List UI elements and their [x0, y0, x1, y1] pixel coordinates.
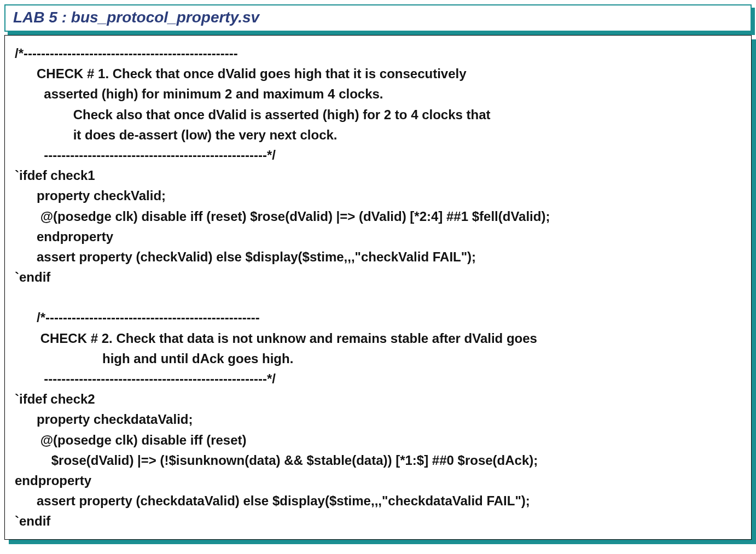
lab-title: LAB 5 : bus_protocol_property.sv	[4, 4, 752, 32]
title-container: LAB 5 : bus_protocol_property.sv	[4, 4, 752, 32]
code-line: $rose(dValid) |=> (!$isunknown(data) && …	[15, 453, 538, 468]
code-line: property checkdataValid;	[15, 412, 193, 427]
code-line: `endif	[15, 270, 50, 284]
code-line: property checkValid;	[15, 188, 166, 203]
code-line: CHECK # 1. Check that once dValid goes h…	[15, 66, 467, 81]
code-line: ----------------------------------------…	[15, 371, 276, 386]
code-line: `ifdef check2	[15, 392, 95, 406]
code-line: `ifdef check1	[15, 168, 95, 183]
code-block: /*--------------------------------------…	[4, 35, 752, 540]
code-line: endproperty	[15, 229, 113, 244]
code-line: Check also that once dValid is asserted …	[15, 107, 491, 122]
code-line: endproperty	[15, 473, 91, 488]
code-line: /*--------------------------------------…	[15, 310, 260, 325]
code-line: @(posedge clk) disable iff (reset)	[15, 433, 247, 447]
code-line: assert property (checkValid) else $displ…	[15, 249, 476, 264]
code-line: CHECK # 2. Check that data is not unknow…	[15, 331, 537, 346]
code-line: assert property (checkdataValid) else $d…	[15, 493, 530, 508]
code-container: /*--------------------------------------…	[4, 35, 752, 540]
code-line: @(posedge clk) disable iff (reset) $rose…	[15, 209, 550, 224]
code-line: ----------------------------------------…	[15, 148, 276, 162]
code-line: it does de-assert (low) the very next cl…	[15, 127, 338, 142]
code-line: `endif	[15, 514, 50, 528]
code-line: high and until dAck goes high.	[15, 351, 293, 366]
code-line: asserted (high) for minimum 2 and maximu…	[15, 86, 383, 101]
code-line: /*--------------------------------------…	[15, 46, 238, 61]
